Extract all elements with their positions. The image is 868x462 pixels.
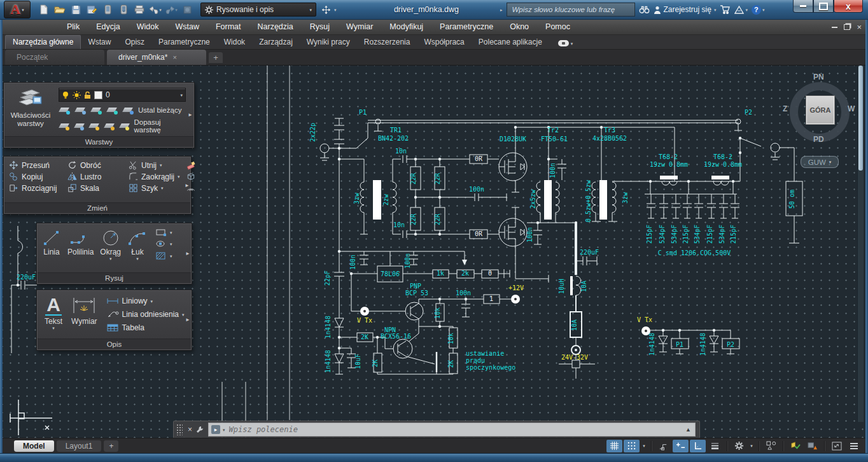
circle-tool[interactable]: Okrąg ▾ bbox=[100, 228, 121, 261]
layer-on-icon[interactable] bbox=[59, 122, 70, 130]
match-layer-button[interactable]: Dopasuj warstwę bbox=[134, 118, 186, 134]
move-tool[interactable]: Przesuń bbox=[9, 160, 65, 170]
chevron-down-icon[interactable]: ▾ bbox=[175, 8, 178, 12]
polyline-tool[interactable]: Polilinia bbox=[67, 228, 94, 256]
line-tool[interactable]: Linia bbox=[42, 228, 61, 256]
viewcube-north[interactable]: PN bbox=[813, 73, 824, 81]
clean-screen-toggle[interactable] bbox=[829, 440, 844, 452]
ribbon-display-toggle[interactable]: ▾ bbox=[558, 40, 573, 46]
linear-dimension-tool[interactable]: Liniowy▾ bbox=[106, 297, 185, 305]
sign-in-button[interactable]: Zarejestruj się ▾ bbox=[654, 5, 717, 14]
viewcube-top-face[interactable]: GÓRA bbox=[806, 95, 835, 125]
scrollbar-thumb[interactable] bbox=[858, 66, 863, 171]
ribbon-tab-wyniki-pracy[interactable]: Wyniki pracy bbox=[300, 36, 357, 49]
workspace-dropdown[interactable]: Rysowanie i opis ▾ bbox=[200, 3, 316, 17]
layer-isolate-icon[interactable] bbox=[74, 106, 87, 115]
menu-wstaw[interactable]: Wstaw bbox=[167, 22, 207, 31]
array-tool[interactable]: Szyk▾ bbox=[129, 183, 183, 193]
canvas-scrollbar[interactable] bbox=[857, 66, 864, 422]
scale-tool[interactable]: Skala bbox=[67, 183, 126, 193]
explode-icon[interactable] bbox=[186, 172, 196, 181]
mirror-tool[interactable]: Lustro bbox=[67, 172, 126, 181]
layer-off-icon[interactable] bbox=[59, 106, 71, 115]
polar-tracking-toggle[interactable] bbox=[655, 440, 671, 452]
annotation-visibility-toggle[interactable] bbox=[787, 440, 803, 452]
panel-title-rysuj[interactable]: Rysuj bbox=[38, 272, 191, 283]
search-input[interactable] bbox=[511, 5, 631, 14]
ribbon-tab-rozszerzenia[interactable]: Rozszerzenia bbox=[357, 36, 417, 49]
ribbon-tab-widok[interactable]: Widok bbox=[217, 36, 252, 49]
search-binoculars-icon[interactable] bbox=[639, 5, 650, 14]
minimize-button[interactable] bbox=[793, 0, 813, 13]
gear-settings-icon[interactable]: ▾ bbox=[748, 440, 755, 452]
file-tab-pocz-tek[interactable]: Początek bbox=[5, 50, 104, 65]
annotation-scale-warning[interactable] bbox=[804, 440, 820, 452]
prompt-icon[interactable]: ▸ bbox=[211, 425, 220, 434]
layer-match-icon[interactable] bbox=[119, 122, 130, 130]
ellipse-tool[interactable]: ▾ bbox=[155, 240, 172, 248]
viewcube-west[interactable]: Z bbox=[783, 104, 787, 113]
arc-tool[interactable]: Łuk ▾ bbox=[127, 228, 148, 261]
qat-move-button[interactable] bbox=[319, 3, 333, 16]
new-file-button[interactable] bbox=[37, 3, 51, 16]
menu-widok[interactable]: Widok bbox=[129, 22, 167, 31]
lineweight-toggle[interactable] bbox=[707, 440, 723, 452]
transfer-upload-button[interactable] bbox=[116, 3, 130, 16]
doc-minimize-icon[interactable] bbox=[832, 27, 837, 28]
ribbon-tab-polecane-aplikacje[interactable]: Polecane aplikacje bbox=[472, 36, 549, 49]
ribbon-tab-zarządzaj[interactable]: Zarządzaj bbox=[252, 36, 300, 49]
render-button[interactable] bbox=[180, 3, 194, 16]
rectangle-tool[interactable]: ▾ bbox=[155, 228, 172, 236]
new-drawing-tab-button[interactable]: + bbox=[209, 52, 223, 63]
menu-rysuj[interactable]: Rysuj bbox=[302, 22, 338, 31]
menu-narzędzia[interactable]: Narzędzia bbox=[249, 22, 302, 31]
set-current-button[interactable]: Ustal bieżący bbox=[138, 106, 181, 114]
trim-tool[interactable]: Utnij▾ bbox=[129, 160, 183, 170]
layer-unlock-icon[interactable] bbox=[104, 122, 115, 130]
menu-format[interactable]: Format bbox=[207, 22, 249, 31]
layer-dropdown[interactable]: 0 ▾ bbox=[59, 88, 186, 102]
table-tool[interactable]: Tabela bbox=[106, 323, 185, 332]
transfer-download-button[interactable] bbox=[101, 3, 115, 16]
ribbon-tab-narzędzia-główne[interactable]: Narzędzia główne bbox=[5, 35, 81, 49]
ucs-dropdown[interactable]: GUW ▾ bbox=[801, 156, 839, 168]
command-bar-grip[interactable] bbox=[176, 424, 183, 435]
object-snap-toggle[interactable] bbox=[763, 440, 779, 452]
layer-properties-button[interactable]: Właściwości warstwy bbox=[8, 88, 53, 128]
menu-edycja[interactable]: Edycja bbox=[88, 22, 129, 31]
close-icon[interactable]: × bbox=[185, 425, 195, 434]
stretch-tool[interactable]: Rozciągnij bbox=[9, 183, 65, 193]
panel-title-zmien[interactable]: Zmień bbox=[4, 202, 190, 213]
grid-toggle[interactable] bbox=[606, 440, 622, 452]
menu-wymiar[interactable]: Wymiar bbox=[338, 22, 381, 31]
ribbon-tab-opisz[interactable]: Opisz bbox=[118, 36, 151, 49]
add-layout-button[interactable]: + bbox=[104, 440, 118, 452]
panel-expander-icon[interactable]: ► bbox=[185, 251, 190, 256]
layer-thaw-icon[interactable] bbox=[88, 122, 100, 130]
close-icon[interactable]: × bbox=[172, 53, 176, 61]
copy-tool[interactable]: Kopiuj bbox=[9, 172, 65, 181]
panel-title-warstwy[interactable]: Warstwy bbox=[4, 136, 193, 147]
hatch-tool[interactable]: ▾ bbox=[155, 251, 172, 260]
layer-freeze-icon[interactable] bbox=[90, 106, 102, 115]
file-tab-driver-m0nka-[interactable]: driver_m0nka*× bbox=[107, 50, 206, 65]
layer-lock-icon[interactable] bbox=[106, 106, 118, 115]
wrench-icon[interactable] bbox=[195, 425, 204, 434]
status-menu-button[interactable] bbox=[846, 440, 862, 452]
ortho-toggle[interactable] bbox=[690, 440, 706, 452]
panel-expander-icon[interactable]: ► bbox=[188, 112, 193, 118]
customization-gear-button[interactable] bbox=[731, 440, 747, 452]
maximize-button[interactable] bbox=[813, 0, 834, 13]
erase-icon[interactable] bbox=[186, 160, 196, 170]
open-file-button[interactable] bbox=[53, 3, 67, 16]
doc-restore-icon[interactable] bbox=[844, 24, 850, 30]
qat-customize-icon[interactable]: ▾ bbox=[334, 8, 337, 12]
menu-modyfikuj[interactable]: Modyfikuj bbox=[381, 22, 431, 31]
command-input[interactable] bbox=[228, 424, 683, 435]
tab-layout1[interactable]: Layout1 bbox=[57, 440, 102, 452]
chevron-down-icon[interactable]: ▾ bbox=[159, 8, 162, 12]
leader-tool[interactable]: Linia odniesienia▾ bbox=[106, 310, 185, 319]
viewcube-south[interactable]: PD bbox=[813, 135, 824, 144]
ribbon-tab-parametryczne[interactable]: Parametryczne bbox=[151, 36, 217, 49]
redo-button[interactable]: ▾ bbox=[164, 3, 178, 16]
